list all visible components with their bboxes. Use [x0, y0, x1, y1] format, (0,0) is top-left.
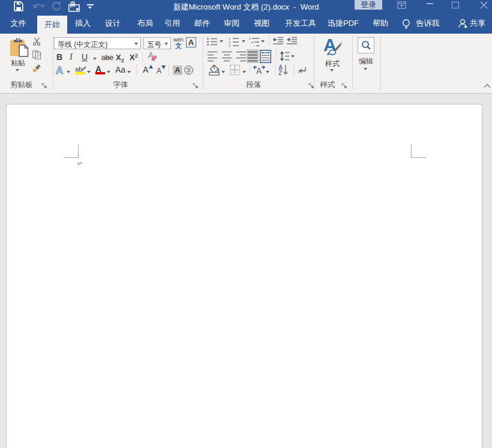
svg-text:A: A: [56, 65, 63, 75]
svg-text:3: 3: [229, 44, 230, 47]
svg-text:1: 1: [249, 37, 251, 40]
svg-text:i: i: [254, 44, 254, 47]
